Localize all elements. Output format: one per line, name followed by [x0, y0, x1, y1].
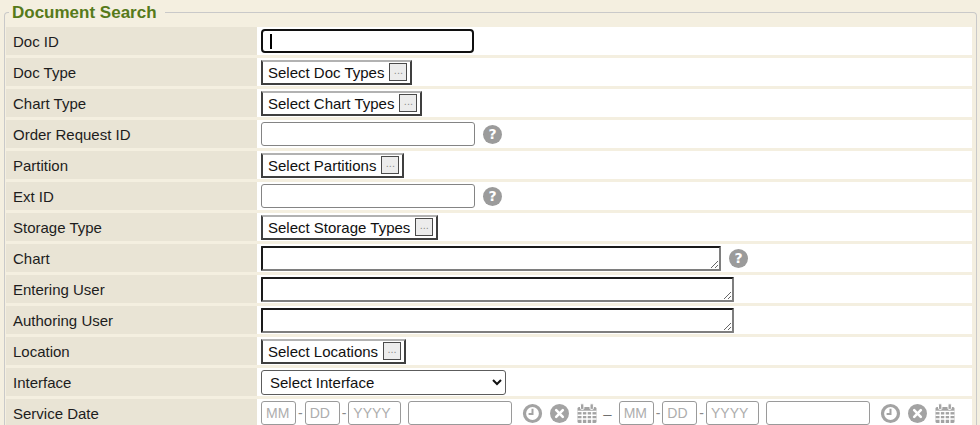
authoring-user-textarea[interactable] [261, 308, 734, 333]
service-date-to-month-input[interactable] [619, 401, 654, 425]
help-icon[interactable]: ? [483, 187, 502, 206]
storage-type-picker[interactable]: Select Storage Types ... [261, 215, 438, 240]
ext-id-input[interactable] [261, 184, 475, 208]
service-date-to-year-input[interactable] [706, 401, 759, 425]
doc-type-picker[interactable]: Select Doc Types ... [261, 60, 412, 85]
page-title: Document Search [9, 3, 165, 22]
service-date-from-day-input[interactable] [305, 401, 340, 425]
field-label: Chart Type [6, 89, 257, 117]
picker-value: Select Storage Types [268, 219, 410, 236]
form-row-chart: Chart ? [6, 244, 972, 272]
partition-picker[interactable]: Select Partitions ... [261, 153, 404, 178]
service-date-to-group: - - [619, 401, 956, 425]
service-date-from-time-input[interactable] [408, 401, 512, 425]
field-label: Interface [6, 368, 257, 396]
calendar-icon[interactable] [576, 403, 598, 424]
form-row-interface: Interface Select Interface [6, 368, 972, 396]
field-label: Authoring User [6, 306, 257, 334]
partition-browse-button[interactable]: ... [381, 156, 399, 174]
field-label: Partition [6, 151, 257, 179]
form-row-doc-id: Doc ID [6, 27, 972, 55]
calendar-icon[interactable] [934, 403, 956, 424]
help-icon[interactable]: ? [729, 249, 748, 268]
form-row-service-date: Service Date - - – [6, 399, 972, 425]
date-separator: - [342, 405, 347, 421]
form-row-order-request-id: Order Request ID ? [6, 120, 972, 148]
form-row-partition: Partition Select Partitions ... [6, 151, 972, 179]
service-date-to-time-input[interactable] [766, 401, 870, 425]
location-picker[interactable]: Select Locations ... [261, 339, 406, 364]
field-label: Location [6, 337, 257, 365]
interface-select[interactable]: Select Interface [261, 370, 506, 395]
date-separator: - [298, 405, 303, 421]
document-search-fieldset: Document Search Doc ID Doc Type Select D… [4, 3, 977, 425]
field-label: Service Date [6, 399, 257, 425]
field-label: Ext ID [6, 182, 257, 210]
clock-icon[interactable] [522, 403, 543, 424]
doc-id-input[interactable] [261, 29, 474, 53]
clear-icon[interactable] [907, 403, 928, 424]
form-row-doc-type: Doc Type Select Doc Types ... [6, 58, 972, 86]
order-request-id-input[interactable] [261, 122, 475, 146]
form-row-authoring-user: Authoring User [6, 306, 972, 334]
chart-textarea[interactable] [261, 246, 721, 271]
entering-user-textarea[interactable] [261, 277, 734, 302]
picker-value: Select Partitions [268, 157, 376, 174]
form-row-chart-type: Chart Type Select Chart Types ... [6, 89, 972, 117]
form-row-ext-id: Ext ID ? [6, 182, 972, 210]
service-date-from-month-input[interactable] [261, 401, 296, 425]
help-icon[interactable]: ? [483, 125, 502, 144]
date-separator: - [699, 405, 704, 421]
chart-type-browse-button[interactable]: ... [399, 94, 417, 112]
picker-value: Select Doc Types [268, 64, 384, 81]
storage-type-browse-button[interactable]: ... [415, 218, 433, 236]
field-label: Storage Type [6, 213, 257, 241]
field-label: Order Request ID [6, 120, 257, 148]
field-label: Doc ID [6, 27, 257, 55]
location-browse-button[interactable]: ... [383, 342, 401, 360]
clear-icon[interactable] [549, 403, 570, 424]
service-date-to-day-input[interactable] [662, 401, 697, 425]
date-range-separator: – [603, 405, 611, 422]
form-row-entering-user: Entering User [6, 275, 972, 303]
field-label: Entering User [6, 275, 257, 303]
form-row-location: Location Select Locations ... [6, 337, 972, 365]
field-label: Doc Type [6, 58, 257, 86]
service-date-from-group: - - [261, 401, 598, 425]
service-date-from-year-input[interactable] [348, 401, 401, 425]
clock-icon[interactable] [880, 403, 901, 424]
doc-type-browse-button[interactable]: ... [389, 63, 407, 81]
picker-value: Select Chart Types [268, 95, 394, 112]
form-row-storage-type: Storage Type Select Storage Types ... [6, 213, 972, 241]
picker-value: Select Locations [268, 343, 378, 360]
text-caret [270, 34, 272, 49]
chart-type-picker[interactable]: Select Chart Types ... [261, 91, 422, 116]
date-separator: - [656, 405, 661, 421]
field-label: Chart [6, 244, 257, 272]
doc-id-input-wrap [261, 29, 474, 53]
